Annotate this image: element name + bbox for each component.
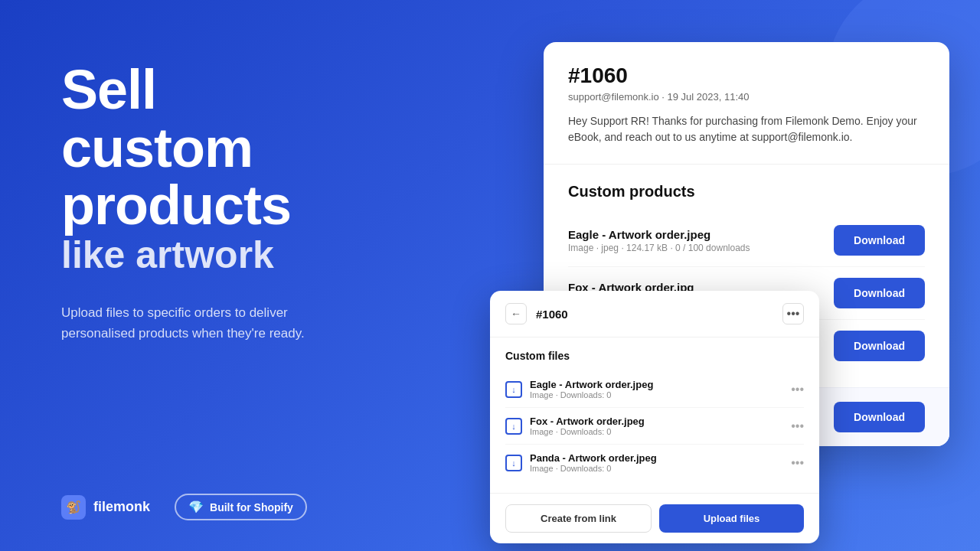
right-panel: #1060 support@filemonk.io · 19 Jul 2023,…: [413, 0, 980, 551]
file-left-0: ↓ Eagle - Artwork order.jpeg Image · Dow…: [505, 379, 653, 399]
file-download-icon-0: ↓: [505, 381, 522, 398]
hero-line2: custom: [61, 117, 253, 178]
overlay-card: ← #1060 ••• Custom files ↓ Eagle - Artwo…: [490, 291, 819, 543]
download-button-1[interactable]: Download: [834, 278, 925, 308]
more-options-button[interactable]: •••: [782, 303, 804, 324]
overlay-order-id: #1060: [536, 308, 568, 321]
file-row-2: ↓ Panda - Artwork order.jpeg Image · Dow…: [505, 445, 804, 481]
download-button-0[interactable]: Download: [834, 225, 925, 256]
shopify-badge: 💎 Built for Shopify: [175, 494, 307, 520]
order-meta: support@filemonk.io · 19 Jul 2023, 11:40: [568, 91, 925, 103]
overlay-header-left: ← #1060: [505, 303, 568, 324]
hero-description: Upload files to specific orders to deliv…: [61, 302, 352, 344]
custom-files-title: Custom files: [505, 350, 804, 362]
file-download-icon-2: ↓: [505, 455, 522, 471]
hero-line3: products: [61, 174, 291, 236]
filemonk-logo-icon: 🐒: [61, 495, 86, 520]
file-name-1: Fox - Artwork order.jpeg: [530, 416, 645, 427]
file-meta-0: Image · Downloads: 0: [530, 390, 653, 399]
filemonk-logo-text: filemonk: [93, 499, 150, 515]
file-info-0: Eagle - Artwork order.jpeg Image · Downl…: [530, 379, 653, 399]
hero-line4: like artwork: [61, 233, 274, 276]
file-left-2: ↓ Panda - Artwork order.jpeg Image · Dow…: [505, 452, 657, 473]
ebook-download-button[interactable]: Download: [834, 402, 925, 432]
order-header: #1060 support@filemonk.io · 19 Jul 2023,…: [544, 42, 949, 165]
file-name-2: Panda - Artwork order.jpeg: [530, 452, 657, 464]
product-name-0: Eagle - Artwork order.jpeg: [568, 228, 750, 241]
shopify-icon: 💎: [188, 500, 204, 514]
product-meta-0: Image · jpeg · 124.17 kB · 0 / 100 downl…: [568, 243, 750, 253]
file-info-2: Panda - Artwork order.jpeg Image · Downl…: [530, 452, 657, 473]
shopify-label: Built for Shopify: [210, 501, 293, 514]
hero-text: Sell custom products like artwork Upload…: [61, 61, 368, 344]
product-info-0: Eagle - Artwork order.jpeg Image · jpeg …: [568, 228, 750, 253]
overlay-content: Custom files ↓ Eagle - Artwork order.jpe…: [490, 337, 819, 493]
hero-line1: Sell: [61, 59, 156, 120]
overlay-footer: Create from link Upload files: [490, 493, 819, 543]
section-title: Custom products: [568, 183, 925, 201]
file-meta-1: Image · Downloads: 0: [530, 427, 645, 436]
order-id: #1060: [568, 64, 925, 88]
product-row-0: Eagle - Artwork order.jpeg Image · jpeg …: [568, 214, 925, 267]
file-info-1: Fox - Artwork order.jpeg Image · Downloa…: [530, 416, 645, 436]
footer-branding: 🐒 filemonk 💎 Built for Shopify: [61, 494, 368, 520]
overlay-header: ← #1060 •••: [490, 291, 819, 337]
create-from-link-button[interactable]: Create from link: [505, 504, 652, 533]
file-download-icon-1: ↓: [505, 418, 522, 435]
upload-files-button[interactable]: Upload files: [659, 504, 804, 533]
file-meta-2: Image · Downloads: 0: [530, 464, 657, 473]
file-left-1: ↓ Fox - Artwork order.jpeg Image · Downl…: [505, 416, 645, 436]
order-message: Hey Support RR! Thanks for purchasing fr…: [568, 113, 925, 145]
file-more-button-1[interactable]: •••: [791, 419, 804, 433]
left-panel: Sell custom products like artwork Upload…: [0, 0, 413, 551]
download-button-2[interactable]: Download: [834, 331, 925, 361]
file-row-0: ↓ Eagle - Artwork order.jpeg Image · Dow…: [505, 371, 804, 408]
file-more-button-2[interactable]: •••: [791, 456, 804, 470]
file-row-1: ↓ Fox - Artwork order.jpeg Image · Downl…: [505, 408, 804, 445]
filemonk-logo: 🐒 filemonk: [61, 495, 150, 520]
file-name-0: Eagle - Artwork order.jpeg: [530, 379, 653, 390]
file-more-button-0[interactable]: •••: [791, 383, 804, 396]
back-button[interactable]: ←: [505, 303, 527, 324]
